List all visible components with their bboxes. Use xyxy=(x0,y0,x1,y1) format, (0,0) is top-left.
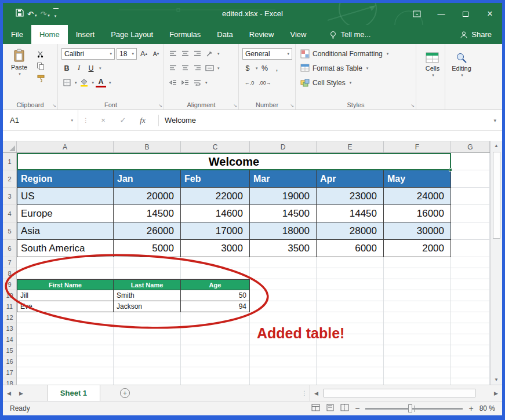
cell[interactable]: 28000 xyxy=(317,222,384,240)
cell[interactable] xyxy=(451,279,490,290)
cell[interactable] xyxy=(317,301,384,312)
cell[interactable] xyxy=(451,222,490,240)
formula-input[interactable]: Welcome xyxy=(165,116,196,125)
cell[interactable]: South America xyxy=(17,240,114,257)
page-layout-view-button[interactable] xyxy=(326,404,335,413)
align-left-button[interactable] xyxy=(168,63,178,74)
format-as-table-button[interactable]: Format as Table ▾ xyxy=(298,61,413,75)
row-header-10[interactable]: 10 xyxy=(3,290,17,301)
copy-button[interactable] xyxy=(37,63,44,71)
name-box-dropdown[interactable]: ▾ xyxy=(71,118,73,123)
cell[interactable] xyxy=(451,367,490,378)
cell[interactable]: Age xyxy=(181,279,250,290)
cell[interactable] xyxy=(384,257,451,268)
styles-dialog-launcher[interactable]: ↘ xyxy=(410,103,415,108)
cell[interactable]: 20000 xyxy=(114,188,181,205)
bold-button[interactable]: B xyxy=(61,63,72,74)
tab-view[interactable]: View xyxy=(282,25,314,44)
tab-home[interactable]: Home xyxy=(31,25,68,44)
font-color-dropdown[interactable]: ▾ xyxy=(109,81,111,85)
merge-center-dropdown[interactable]: ▾ xyxy=(217,66,220,71)
cell[interactable]: 17000 xyxy=(181,222,250,240)
horizontal-scrollbar-thumb[interactable] xyxy=(324,389,475,397)
cell[interactable] xyxy=(384,334,451,345)
currency-button[interactable]: $ xyxy=(242,63,253,74)
zoom-out-button[interactable]: − xyxy=(355,404,359,413)
cell[interactable]: 30000 xyxy=(384,222,451,240)
align-top-button[interactable] xyxy=(168,48,178,60)
decrease-font-button[interactable]: A▾ xyxy=(151,48,161,60)
enter-button[interactable]: ✓ xyxy=(113,116,133,125)
column-header-F[interactable]: F xyxy=(384,141,451,152)
cell[interactable] xyxy=(181,356,250,367)
cell[interactable] xyxy=(451,345,490,356)
increase-indent-button[interactable] xyxy=(180,77,190,89)
font-family-select[interactable]: Calibri▾ xyxy=(61,48,115,60)
row-header-2[interactable]: 2 xyxy=(3,170,17,188)
row-header-3[interactable]: 3 xyxy=(3,188,17,205)
tab-insert[interactable]: Insert xyxy=(68,25,103,44)
normal-view-button[interactable] xyxy=(311,404,320,413)
cell[interactable] xyxy=(114,312,181,323)
format-painter-button[interactable] xyxy=(37,75,45,83)
vertical-scrollbar-thumb[interactable] xyxy=(493,152,500,239)
vertical-scrollbar[interactable]: ▲ ▼ xyxy=(490,141,502,385)
select-all-corner[interactable] xyxy=(3,141,17,152)
cell[interactable] xyxy=(17,268,114,279)
cell[interactable] xyxy=(451,323,490,334)
cell[interactable]: 94 xyxy=(181,301,250,312)
merge-center-button[interactable] xyxy=(204,63,215,74)
cell[interactable]: 14500 xyxy=(114,205,181,222)
cell[interactable]: Jill xyxy=(17,290,114,301)
row-header-1[interactable]: 1 xyxy=(3,153,17,170)
cell[interactable] xyxy=(114,323,181,334)
ribbon-display-options-button[interactable] xyxy=(405,3,429,25)
cell[interactable] xyxy=(384,279,451,290)
redo-dropdown[interactable]: ▾ xyxy=(48,13,50,17)
sheet-tab-sheet1[interactable]: Sheet 1 xyxy=(47,385,100,401)
orientation-dropdown[interactable]: ▾ xyxy=(217,52,220,56)
undo-dropdown[interactable]: ▾ xyxy=(35,13,37,17)
decrease-decimal-button[interactable]: .00→ xyxy=(258,77,272,89)
cells-button[interactable]: Cells ▾ xyxy=(419,50,446,78)
cell[interactable] xyxy=(384,323,451,334)
cell[interactable] xyxy=(384,312,451,323)
row-header-17[interactable]: 17 xyxy=(3,367,17,378)
cell[interactable] xyxy=(250,345,317,356)
tab-formulas[interactable]: Formulas xyxy=(161,25,209,44)
row-header-4[interactable]: 4 xyxy=(3,205,17,222)
cell[interactable] xyxy=(114,356,181,367)
font-dialog-launcher[interactable]: ↘ xyxy=(158,103,162,108)
currency-dropdown[interactable]: ▾ xyxy=(256,66,258,71)
cell[interactable]: Apr xyxy=(317,170,384,188)
cell[interactable] xyxy=(250,367,317,378)
tell-me[interactable]: Tell me... xyxy=(329,25,370,44)
name-box[interactable]: A1 ▾ xyxy=(3,110,78,130)
editing-dropdown[interactable]: ▾ xyxy=(461,73,463,78)
row-header-13[interactable]: 13 xyxy=(3,323,17,334)
cell[interactable] xyxy=(384,301,451,312)
customize-qat-button[interactable]: ▾ xyxy=(53,8,59,20)
borders-dropdown[interactable]: ▾ xyxy=(75,81,77,85)
cell[interactable] xyxy=(250,301,317,312)
cell[interactable]: 26000 xyxy=(114,222,181,240)
cell[interactable]: 18000 xyxy=(250,222,317,240)
cell[interactable] xyxy=(317,356,384,367)
row-header-12[interactable]: 12 xyxy=(3,312,17,323)
cell[interactable] xyxy=(181,268,250,279)
minimize-button[interactable]: — xyxy=(429,3,453,25)
zoom-level[interactable]: 80 % xyxy=(479,404,495,412)
wrap-text-dropdown[interactable]: ▾ xyxy=(205,81,208,85)
cell[interactable]: 16000 xyxy=(384,205,451,222)
cell[interactable] xyxy=(317,268,384,279)
cell[interactable]: Region xyxy=(17,170,114,188)
cell[interactable] xyxy=(17,345,114,356)
row-header-5[interactable]: 5 xyxy=(3,222,17,240)
number-format-select[interactable]: General▾ xyxy=(242,48,292,60)
cut-button[interactable] xyxy=(37,51,44,59)
cell[interactable] xyxy=(451,170,490,188)
maximize-button[interactable] xyxy=(453,3,478,25)
cell[interactable]: Mar xyxy=(250,170,317,188)
cell[interactable]: 50 xyxy=(181,290,250,301)
font-size-select[interactable]: 18▾ xyxy=(117,48,137,60)
